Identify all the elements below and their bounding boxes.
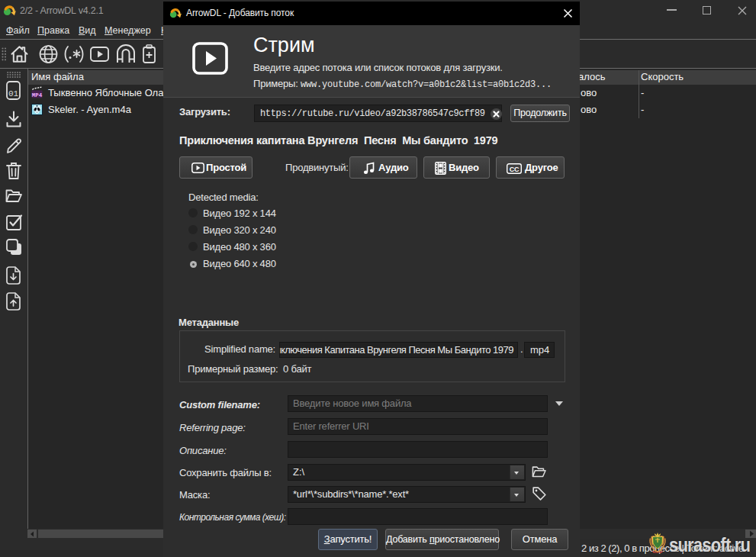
svg-text:CC: CC [510,166,520,173]
svg-text:01: 01 [8,89,19,98]
